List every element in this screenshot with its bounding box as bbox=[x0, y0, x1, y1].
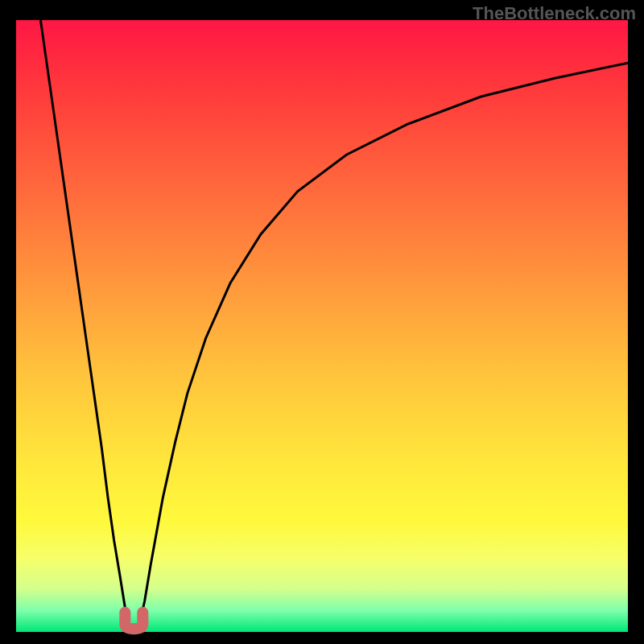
chart-container: TheBottleneck.com bbox=[0, 0, 644, 644]
watermark-text: TheBottleneck.com bbox=[473, 3, 636, 24]
bottleneck-chart bbox=[0, 0, 644, 644]
plot-area bbox=[16, 20, 628, 632]
